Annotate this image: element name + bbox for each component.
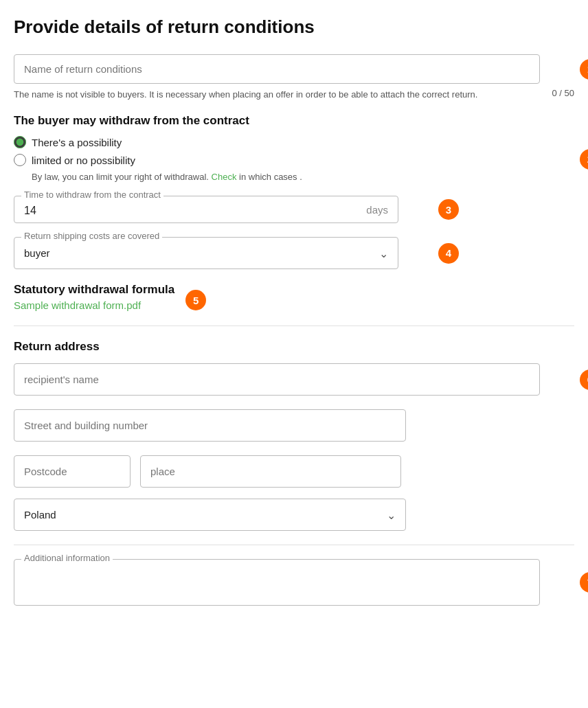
- name-field-wrapper: 1: [14, 54, 574, 84]
- check-link[interactable]: Check: [212, 172, 237, 182]
- return-address-section: Return address 6 Poland Germany France O…: [14, 340, 574, 531]
- badge-4: 4: [438, 243, 459, 264]
- additional-info-wrapper: Additional information 7: [14, 559, 574, 606]
- buyer-section-title: The buyer may withdraw from the contract: [14, 114, 574, 128]
- badge-1: 1: [580, 59, 588, 80]
- postcode-input[interactable]: [14, 455, 131, 488]
- recipient-name-group: 6: [14, 363, 574, 396]
- radio-group: There's a possibility limited or no poss…: [14, 136, 574, 182]
- postcode-wrapper: [14, 455, 131, 488]
- statutory-title: Statutory withdrawal formula: [14, 283, 174, 297]
- radio-limited[interactable]: [14, 154, 26, 166]
- street-group: [14, 409, 574, 442]
- shipping-costs-select-wrapper: Return shipping costs are covered buyer …: [14, 237, 398, 269]
- statutory-section: Statutory withdrawal formula 5 Sample wi…: [14, 283, 574, 312]
- shipping-costs-wrapper: Return shipping costs are covered buyer …: [14, 237, 433, 269]
- page-title: Provide details of return conditions: [14, 16, 574, 38]
- shipping-costs-group: Return shipping costs are covered buyer …: [14, 237, 574, 269]
- withdraw-time-wrapper: Time to withdraw from the contract days …: [14, 196, 433, 223]
- radio-option-1[interactable]: There's a possibility: [14, 136, 540, 148]
- withdraw-time-input[interactable]: [24, 205, 388, 217]
- shipping-costs-select[interactable]: buyer seller shared: [14, 238, 398, 269]
- sample-withdrawal-link[interactable]: Sample withdrawal form.pdf: [14, 299, 141, 311]
- return-address-title: Return address: [14, 340, 574, 354]
- radio-option-1-label: There's a possibility: [32, 137, 122, 148]
- radio-subtext: By law, you can limit your right of with…: [32, 172, 540, 182]
- radio-option-2[interactable]: limited or no possibility: [14, 154, 540, 166]
- name-field-group: 1 The name is not visible to buyers. It …: [14, 54, 574, 100]
- street-input[interactable]: [14, 409, 406, 442]
- additional-info-label: Additional information: [21, 553, 113, 563]
- additional-info-textarea[interactable]: [14, 560, 539, 602]
- buyer-withdraw-section: The buyer may withdraw from the contract…: [14, 114, 574, 182]
- divider-2: [14, 545, 574, 545]
- shipping-costs-label: Return shipping costs are covered: [21, 231, 162, 241]
- country-select[interactable]: Poland Germany France Other: [14, 499, 405, 530]
- recipient-name-input[interactable]: [14, 363, 540, 396]
- days-unit: days: [366, 204, 388, 216]
- radio-subtext-after: in which cases .: [239, 172, 302, 182]
- withdraw-time-label: Time to withdraw from the contract: [21, 190, 163, 200]
- name-hint: The name is not visible to buyers. It is…: [14, 89, 477, 100]
- badge-6: 6: [580, 369, 588, 390]
- withdraw-time-field: Time to withdraw from the contract days: [14, 196, 398, 223]
- country-group: Poland Germany France Other ⌄: [14, 499, 574, 531]
- divider-1: [14, 326, 574, 326]
- char-count: 0 / 50: [552, 88, 574, 98]
- place-wrapper: [140, 455, 401, 488]
- radio-subtext-before: By law, you can limit your right of with…: [32, 172, 209, 182]
- name-of-return-input[interactable]: [14, 54, 540, 84]
- badge-3: 3: [438, 199, 459, 220]
- badge-7: 7: [580, 572, 588, 593]
- place-input[interactable]: [140, 455, 401, 488]
- additional-info-group: Additional information 7: [14, 559, 574, 606]
- withdraw-time-group: Time to withdraw from the contract days …: [14, 196, 574, 223]
- country-select-wrapper: Poland Germany France Other ⌄: [14, 499, 406, 531]
- postcode-place-row: [14, 455, 574, 488]
- radio-possibility[interactable]: [14, 136, 26, 148]
- badge-2: 2: [580, 149, 588, 170]
- radio-option-2-label: limited or no possibility: [32, 155, 135, 166]
- recipient-name-wrapper: 6: [14, 363, 574, 396]
- additional-info-field: Additional information: [14, 559, 540, 606]
